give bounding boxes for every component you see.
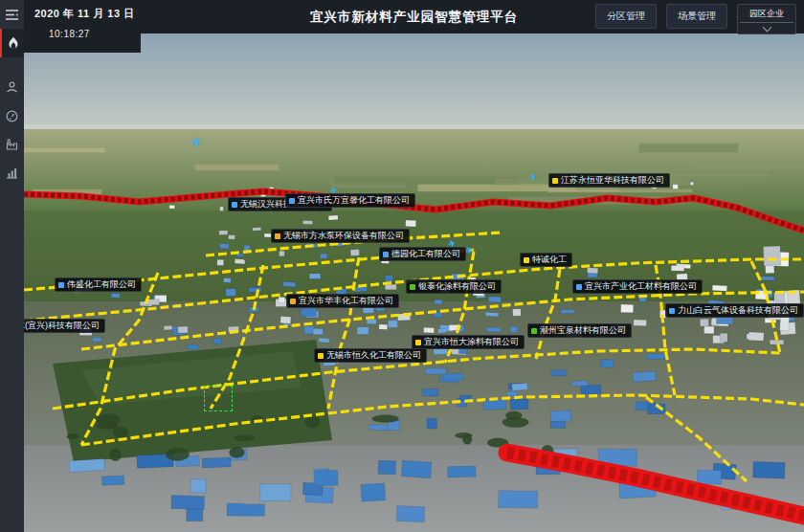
company-name: 德园化工有限公司 (391, 249, 460, 259)
company-name: 潮州宝泉材料有限公司 (540, 325, 626, 336)
company-label[interactable]: 威尔(宜兴)科技有限公司 (24, 319, 105, 333)
company-name: 宜兴市恒大涂料有限公司 (424, 337, 519, 347)
company-label[interactable]: 江苏永恒亚华科技有限公司 (548, 173, 670, 188)
company-name: 无锡市恒久化工有限公司 (326, 350, 421, 361)
company-name: 银泰化涂料有限公司 (418, 281, 496, 292)
company-name: 力山白云气体设备科技有限公司 (678, 305, 798, 316)
datetime-panel: 2020 年 11 月 13 日 10:18:27 (24, 0, 141, 53)
company-label[interactable]: 银泰化涂料有限公司 (406, 279, 502, 294)
header-controls: 分区管理场景管理 园区企业 (595, 4, 796, 34)
dropdown-label: 园区企业 (738, 5, 795, 22)
company-name: 宜兴市华丰化工有限公司 (299, 296, 393, 306)
company-marker-icon (531, 328, 537, 334)
date-label: 2020 年 11 月 13 日 (34, 7, 141, 21)
map-3d-view[interactable]: 伟盛化工有限公司威尔(宜兴)科技有限公司无锡汉兴科技有限公司宜兴市氏万宜馨化工有… (24, 33, 804, 532)
company-name: 无锡市方水泵环保设备有限公司 (283, 231, 404, 241)
plane-marker[interactable]: ✈ (528, 172, 538, 183)
selection-box (204, 386, 233, 411)
company-marker-icon (552, 178, 558, 184)
company-name: 宜兴市氏万宜馨化工有限公司 (298, 195, 410, 206)
company-marker-icon (318, 353, 324, 359)
company-label[interactable]: 力山白云气体设备科技有限公司 (665, 303, 804, 318)
flame-icon (8, 36, 19, 50)
company-label[interactable]: 无锡市方水泵环保设备有限公司 (271, 229, 410, 243)
sidebar-item-energy-meter[interactable] (0, 101, 24, 130)
sidebar-item-fire-monitor[interactable] (0, 29, 24, 57)
chevron-down-icon[interactable] (738, 23, 795, 33)
bar-chart-icon (6, 167, 18, 179)
company-marker-icon (669, 308, 675, 314)
company-label[interactable]: 宜兴市华丰化工有限公司 (286, 294, 399, 308)
company-marker-icon (275, 233, 280, 239)
sidebar-item-personnel[interactable] (0, 73, 24, 101)
company-name: 特诚化工 (532, 255, 567, 265)
sidebar-item-enterprise[interactable] (0, 130, 24, 159)
gauge-icon (6, 110, 18, 122)
company-marker-icon (415, 340, 421, 345)
company-marker-icon (576, 284, 582, 290)
company-name: 江苏永恒亚华科技有限公司 (561, 175, 664, 186)
sidebar-item-statistics[interactable] (0, 159, 24, 188)
company-marker-icon (289, 198, 295, 204)
company-marker-icon (58, 282, 64, 288)
person-icon (6, 81, 18, 93)
company-name: 威尔(宜兴)科技有限公司 (24, 321, 100, 331)
company-marker-icon (410, 284, 415, 290)
time-label: 10:18:27 (49, 29, 141, 39)
sidebar-item-menu[interactable] (0, 0, 24, 29)
company-label[interactable]: 伟盛化工有限公司 (55, 277, 142, 292)
company-marker-icon (290, 299, 296, 304)
zone-management-button[interactable]: 分区管理 (595, 4, 657, 29)
park-enterprise-dropdown[interactable]: 园区企业 (737, 4, 796, 34)
sidebar (0, 0, 24, 532)
company-name: 伟盛化工有限公司 (67, 279, 136, 290)
menu-icon (5, 9, 19, 21)
company-label[interactable]: 无锡市恒久化工有限公司 (314, 348, 427, 363)
company-marker-icon (232, 202, 237, 208)
factory-icon (6, 139, 18, 150)
company-marker-icon (524, 257, 529, 263)
company-label[interactable]: 宜兴市氏万宜馨化工有限公司 (285, 193, 415, 208)
header-bar: 宜兴市新材料产业园智慧管理平台 分区管理场景管理 园区企业 (24, 0, 804, 33)
company-label[interactable]: 宜兴市恒大涂料有限公司 (412, 335, 525, 349)
plane-marker[interactable]: ✈ (190, 135, 203, 150)
company-label[interactable]: 德园化工有限公司 (379, 247, 466, 261)
company-marker-icon (383, 252, 389, 257)
company-label[interactable]: 特诚化工 (520, 253, 572, 267)
map-overlay-layer: 伟盛化工有限公司威尔(宜兴)科技有限公司无锡汉兴科技有限公司宜兴市氏万宜馨化工有… (24, 33, 804, 532)
company-name: 宜兴市产业化工材料有限公司 (585, 281, 697, 292)
company-label[interactable]: 潮州宝泉材料有限公司 (527, 323, 632, 338)
company-label[interactable]: 宜兴市产业化工材料有限公司 (572, 279, 703, 294)
scene-management-button[interactable]: 场景管理 (666, 4, 727, 29)
app-window: 宜兴市新材料产业园智慧管理平台 分区管理场景管理 园区企业 2020 年 11 … (0, 0, 804, 532)
